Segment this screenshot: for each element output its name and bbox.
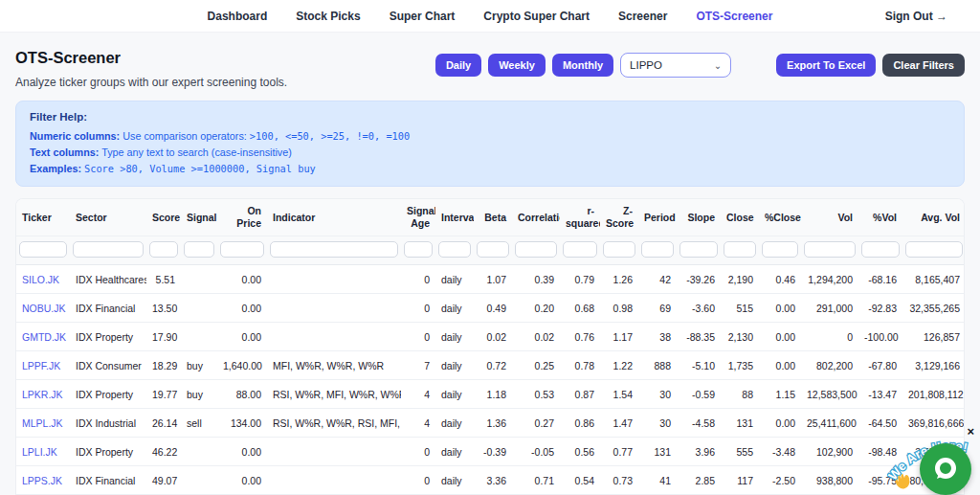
- cell-slope: 2.85: [677, 466, 721, 495]
- cell-signal-age: 4: [401, 409, 435, 438]
- cell-ticker[interactable]: LPLI.JK: [16, 438, 70, 466]
- cell-on-price: 0.00: [217, 294, 267, 323]
- cell-interval: daily: [435, 351, 474, 380]
- filter-help-panel: Filter Help: Numeric columns: Use compar…: [15, 101, 965, 187]
- cell-pct-vol: -68.16: [858, 265, 902, 294]
- chat-launcher-button[interactable]: [920, 443, 971, 495]
- clear-filters-button[interactable]: Clear Filters: [882, 54, 965, 77]
- column-header-score: Score: [146, 199, 181, 236]
- column-header-on-price: On Price: [217, 199, 267, 236]
- filter-input-signal[interactable]: [184, 241, 214, 258]
- column-header-ticker: Ticker: [16, 199, 70, 236]
- cell-pct-vol: -100.00: [858, 323, 902, 351]
- filter-input-signal-age[interactable]: [404, 241, 433, 258]
- nav-item-crypto-super-chart[interactable]: Crypto Super Chart: [483, 10, 590, 23]
- cell-ticker[interactable]: LPPS.JK: [16, 466, 70, 495]
- nav-item-ots-screener[interactable]: OTS-Screener: [696, 10, 772, 23]
- filter-help-label: Text columns:: [30, 146, 99, 158]
- filter-input-sector[interactable]: [73, 241, 144, 258]
- cell-ticker[interactable]: SILO.JK: [16, 265, 70, 294]
- sign-out-link[interactable]: Sign Out →: [885, 10, 947, 23]
- filter-cell-interval: [435, 236, 474, 265]
- cell-slope: 3.96: [677, 438, 721, 466]
- cell-pct-vol: -13.47: [858, 380, 902, 409]
- cell-interval: daily: [435, 466, 474, 495]
- filter-help-textcols: Text columns: Type any text to search (c…: [30, 146, 950, 158]
- cell-sector: IDX Industrial: [70, 409, 146, 438]
- cell-r-squared: 0.68: [560, 294, 600, 323]
- table-row: LPPS.JKIDX Financial49.070.000daily3.360…: [16, 466, 965, 495]
- nav-item-stock-picks[interactable]: Stock Picks: [296, 10, 360, 23]
- cell-period: 131: [638, 438, 677, 466]
- cell-ticker[interactable]: LPPF.JK: [16, 351, 70, 380]
- filter-input-on-price[interactable]: [220, 241, 264, 258]
- cell-r-squared: 0.79: [560, 265, 600, 294]
- cell-ticker[interactable]: MLPL.JK: [16, 409, 70, 438]
- cell-correlation: 0.53: [512, 380, 560, 409]
- filter-input-indicator[interactable]: [270, 241, 398, 258]
- column-header-interval: Interval: [435, 199, 474, 236]
- filter-input-ticker[interactable]: [19, 241, 67, 258]
- ticker-group-select[interactable]: LIPPO ⌄: [620, 53, 731, 78]
- screener-controls: DailyWeeklyMonthly LIPPO ⌄ Export To Exc…: [435, 53, 965, 78]
- filter-help-text: Use comparison operators:: [122, 130, 250, 142]
- export-to-excel-button[interactable]: Export To Excel: [776, 54, 876, 77]
- filter-input-z-score[interactable]: [603, 241, 635, 258]
- cell-signal-age: 4: [401, 380, 435, 409]
- chat-close-icon[interactable]: ×: [967, 425, 974, 438]
- cell-signal: sell: [181, 409, 217, 438]
- cell-ticker[interactable]: GMTD.JK: [16, 323, 70, 351]
- cell-pct-close: 0.00: [759, 323, 801, 351]
- cell-vol: 802,200: [801, 351, 858, 380]
- filter-input-score[interactable]: [149, 241, 178, 258]
- filter-input-pct-close[interactable]: [762, 241, 798, 258]
- screener-table: TickerSectorScoreSignalOn PriceIndicator…: [16, 199, 965, 495]
- cell-ticker[interactable]: NOBU.JK: [16, 294, 70, 323]
- cell-on-price: 0.00: [217, 265, 267, 294]
- cell-indicator: RSI, W%R, W%R, RSI, MFI, CMO: [267, 409, 401, 438]
- cell-signal-age: 0: [401, 265, 435, 294]
- cell-signal-age: 7: [401, 351, 435, 380]
- cell-z-score: 1.17: [600, 323, 638, 351]
- cell-vol: 12,583,500: [801, 380, 858, 409]
- filter-input-beta[interactable]: [477, 241, 509, 258]
- table-header-row: TickerSectorScoreSignalOn PriceIndicator…: [16, 199, 965, 236]
- cell-sector: IDX Financial: [70, 466, 146, 495]
- filter-input-vol[interactable]: [804, 241, 856, 258]
- column-header-slope: Slope: [677, 199, 721, 236]
- monthly-interval-button[interactable]: Monthly: [552, 54, 613, 77]
- filter-input-avg-vol[interactable]: [905, 241, 963, 258]
- cell-signal: [181, 323, 217, 351]
- cell-z-score: 0.77: [600, 438, 638, 466]
- cell-vol: 938,800: [801, 466, 858, 495]
- cell-interval: daily: [435, 294, 474, 323]
- cell-ticker[interactable]: LPKR.JK: [16, 380, 70, 409]
- cell-correlation: 0.02: [512, 323, 560, 351]
- cell-signal-age: 0: [401, 438, 435, 466]
- filter-cell-vol: [801, 236, 858, 265]
- daily-interval-button[interactable]: Daily: [435, 54, 481, 77]
- table-row: LPKR.JKIDX Property19.77buy88.00RSI, W%R…: [16, 380, 965, 409]
- table-filter-row: [16, 236, 965, 265]
- filter-input-close[interactable]: [724, 241, 756, 258]
- filter-cell-slope: [677, 236, 721, 265]
- cell-indicator: [267, 265, 401, 294]
- cell-period: 42: [638, 265, 677, 294]
- filter-input-interval[interactable]: [438, 241, 471, 258]
- filter-cell-avg-vol: [902, 236, 965, 265]
- cell-score: 17.90: [146, 323, 181, 351]
- cell-slope: -39.26: [677, 265, 721, 294]
- nav-item-dashboard[interactable]: Dashboard: [208, 10, 268, 23]
- filter-help-examples: Examples: Score >80, Volume >=1000000, S…: [30, 163, 950, 174]
- filter-input-correlation[interactable]: [515, 241, 557, 258]
- nav-item-super-chart[interactable]: Super Chart: [390, 10, 456, 23]
- filter-input-pct-vol[interactable]: [861, 241, 900, 258]
- nav-item-screener[interactable]: Screener: [618, 10, 667, 23]
- filter-input-r-squared[interactable]: [563, 241, 597, 258]
- weekly-interval-button[interactable]: Weekly: [488, 54, 546, 77]
- cell-z-score: 1.47: [600, 409, 638, 438]
- cell-period: 30: [638, 409, 677, 438]
- filter-input-slope[interactable]: [679, 241, 718, 258]
- table-row: GMTD.JKIDX Property17.900.000daily0.020.…: [16, 323, 965, 351]
- filter-input-period[interactable]: [641, 241, 674, 258]
